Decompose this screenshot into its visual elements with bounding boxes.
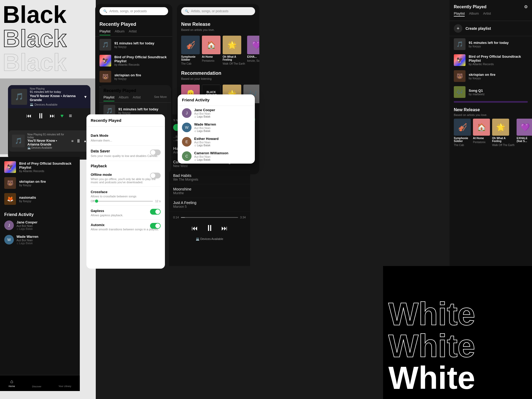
purple-bar <box>454 101 528 103</box>
jane-avatar: J <box>4 221 14 230</box>
desktop-item-91min[interactable]: 🎵 91 minutes left for today by foxyyy <box>450 36 532 52</box>
recommendation-title: Recommendation <box>177 67 259 77</box>
nr-ohwhat-right[interactable]: 🌟 Oh What A Feeling Walk Off The Earth <box>492 119 514 147</box>
nasionalis-subtitle: by foxyyy <box>19 200 36 203</box>
tab-album-popup[interactable]: Album <box>119 95 128 101</box>
tab-playlist-1[interactable]: Playlist <box>99 29 110 35</box>
music-note-icon-2: ♫ <box>16 242 19 245</box>
friend-esther-popup[interactable]: E Esther Howard Aut Boi Nian ♫ Lagu Bata… <box>178 135 255 149</box>
black-text-block: Black Black Black <box>3 3 66 74</box>
song-justfeeling[interactable]: Just A Feeling Maroon 5 <box>169 198 250 211</box>
friend-jane[interactable]: J Jane Cooper Aut Boi Nian ♫ Lagu Batak <box>0 218 80 232</box>
bird-subtitle: by Atlantic Records <box>19 169 76 173</box>
see-more-link[interactable]: See More <box>154 95 167 101</box>
album-athome[interactable]: 🏠 At Home Pentatonix <box>202 36 221 65</box>
desktop-tab-playlist[interactable]: Playlist <box>454 11 465 16</box>
album-symphonie[interactable]: 🎻 Symphonie Soldier The Cab <box>181 36 200 65</box>
wade-popup-avatar: W <box>182 123 192 132</box>
item-skrispian-1[interactable]: 🐻 skrispian on fire by foxyyy <box>95 69 172 85</box>
crossface-title: Crossface <box>91 190 107 194</box>
gapless-toggle[interactable] <box>150 209 161 215</box>
prev-btn-main[interactable]: ⏮ <box>192 225 198 232</box>
popup-91min-title: 91 minutes left for today <box>118 107 158 111</box>
black-outline-text-2: Black <box>3 51 66 74</box>
tab-playlist-popup[interactable]: Playlist <box>103 95 114 101</box>
nav-library[interactable]: ≡ Your Library <box>59 379 71 388</box>
automix-title: Automix <box>91 223 105 227</box>
item-91min-1[interactable]: 🎵 91 minutes left for today by foxyyy <box>95 37 172 53</box>
friend-cameron-popup[interactable]: C Cameron Williamson Aut Boi Nian ♫ Lagu… <box>178 149 255 163</box>
offline-mode-title: Offline mode <box>91 173 112 177</box>
crossface-on-label: 12 s <box>155 200 161 203</box>
search-icon-1: 🔍 <box>103 9 107 13</box>
automix-toggle[interactable] <box>150 223 161 229</box>
data-saver-toggle[interactable] <box>150 149 161 155</box>
gear-icon-desktop[interactable]: ⚙ <box>524 4 528 9</box>
desktop-item-songq1[interactable]: 🎶 Song Q1 by marbeelz <box>450 84 532 100</box>
desktop-item-skrispian[interactable]: 🐻 skrispian on fire by foxyyy <box>450 68 532 84</box>
friend-wade-popup[interactable]: W Wade Warren Aut Boi Nian ♫ Lagu Batak <box>178 120 255 135</box>
desktop-tab-artist[interactable]: Artist <box>483 11 491 16</box>
next-button[interactable]: ⏭ <box>50 113 55 119</box>
nr-exhale-right[interactable]: 💜 EXHALE (feat S... <box>517 119 532 147</box>
playlist-item-bird[interactable]: 🦅 Bird of Prey Official Soundtrack Playl… <box>0 159 80 175</box>
black-solid-text-1: Black <box>3 3 66 27</box>
playlist-item-skrispian[interactable]: 🐻 skrispian on fire by foxyyy <box>0 175 80 191</box>
tab-artist-1[interactable]: Artist <box>129 29 137 35</box>
mini-queue-btn[interactable]: ≡ <box>71 139 73 143</box>
nr-athome-right[interactable]: 🏠 At Home Pentatonix <box>473 119 490 147</box>
discover-icon: ◎ <box>35 379 39 385</box>
friend-wade[interactable]: W Wade Warren Aut Boi Nian ♫ Lagu Batak <box>0 232 80 247</box>
song-moonshine[interactable]: Moonshine Munthe <box>169 184 250 198</box>
queue-button[interactable]: ≡ <box>69 113 72 119</box>
search-bar-1[interactable]: 🔍 Artists, songs, or podcasts <box>99 7 168 15</box>
search-bar-2[interactable]: 🔍 Artists, songs, or podcasts <box>181 7 255 15</box>
playback-section: Playback <box>91 161 161 169</box>
pause-btn-main[interactable]: ⏸ <box>205 223 214 233</box>
album-exhale[interactable]: 💜 EXHA... kenzie, Sia <box>247 36 259 65</box>
song-badhabits[interactable]: Bad Habits We The Mongrels <box>169 171 250 184</box>
home-icon: ⌂ <box>10 379 13 384</box>
desktop-tab-album[interactable]: Album <box>469 11 479 16</box>
playlist-item-nasionalis[interactable]: 🦊 nasionalis by foxyyy <box>0 191 80 207</box>
tab-album-1[interactable]: Album <box>115 29 124 35</box>
friend-activity-popup-title: Friend Activity <box>182 98 210 102</box>
new-release-right-subtitle: Based on artists you love. <box>450 113 532 119</box>
progress-bar[interactable] <box>181 217 238 218</box>
item-bird-1[interactable]: 🦅 Bird of Prey Official Soundtrack Playl… <box>95 53 172 69</box>
desktop-91min-thumb: 🎵 <box>454 38 466 50</box>
friend-jane-popup[interactable]: J Jane Cooper Aut Boi Nian ♫ Lagu Batak <box>178 106 255 120</box>
next-btn-main[interactable]: ⏭ <box>221 225 228 232</box>
desktop-item-bird[interactable]: 🦅 Bird of Prey Official Soundtrack Playl… <box>450 52 532 68</box>
nav-discover[interactable]: ◎ Discover <box>32 379 41 388</box>
wade-avatar: W <box>4 235 14 244</box>
desktop-tabs: Playlist Album Artist <box>454 11 528 16</box>
nav-home[interactable]: ⌂ Home <box>9 379 15 388</box>
mini-label-2: Now Playing 91 minutes left for today <box>27 133 69 139</box>
automix-item: Automix Allow smooth transitions between… <box>91 220 161 234</box>
plus-icon: + <box>454 24 462 33</box>
dark-mode-label: Dark Mode <box>91 134 108 138</box>
91min-sub-1: by foxyyy <box>114 45 154 48</box>
gapless-title: Gapless <box>91 209 104 213</box>
devices-section: 💻 Devices Available <box>169 235 250 242</box>
album-ohwhat[interactable]: 🌟 Oh What A Feeling Walk Off The Earth <box>223 36 245 65</box>
like-button[interactable]: ♥ <box>60 113 64 119</box>
offline-toggle[interactable] <box>150 173 161 178</box>
create-label: Create playlist <box>466 26 491 31</box>
nowplaying-track: You'll Never Know • Arianna Grande <box>30 94 81 102</box>
create-playlist-button[interactable]: + Create playlist <box>450 21 532 36</box>
mini-play-btn[interactable]: ⏸ <box>76 138 81 144</box>
tab-artist-popup[interactable]: Artist <box>133 95 141 101</box>
play-button[interactable]: ⏸ <box>37 111 44 120</box>
settings-screen: Recently Played Dark Mode Alternate them… <box>86 114 165 269</box>
crossface-item: Crossface Allows to crossfade between so… <box>91 187 161 206</box>
prev-button[interactable]: ⏮ <box>26 113 32 119</box>
nr-symphonie-right[interactable]: 🎻 Symphonie Soldier The Cab <box>454 119 471 147</box>
new-release-right-grid: 🎻 Symphonie Soldier The Cab 🏠 At Home Pe… <box>450 119 532 147</box>
esther-popup-avatar: E <box>182 137 192 147</box>
mini-art-2: 🎵 <box>12 135 25 147</box>
nowplaying-mini-2: 🎵 Now Playing 91 minutes left for today … <box>9 130 90 152</box>
crossface-slider[interactable]: Off 12 s <box>91 200 161 203</box>
expand-icon[interactable]: ▼ <box>84 95 87 99</box>
